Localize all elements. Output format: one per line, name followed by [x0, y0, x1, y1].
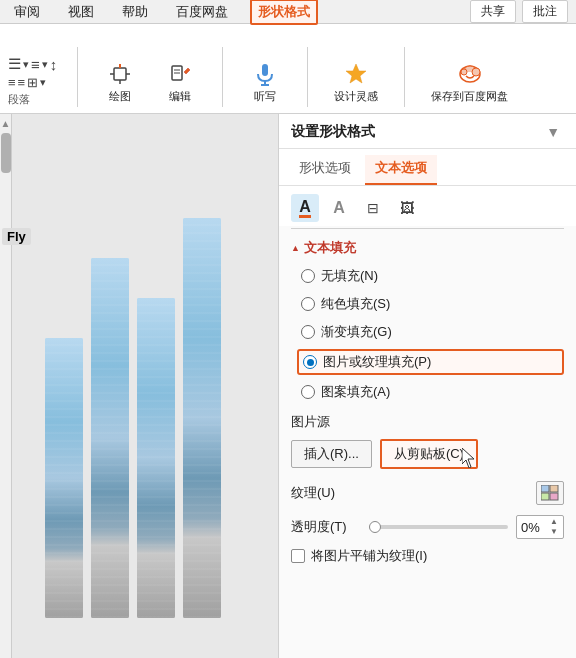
design-label: 设计灵感: [334, 90, 378, 103]
draw-icon: [104, 58, 136, 90]
radio-label-no-fill: 无填充(N): [321, 267, 378, 285]
panel-close-button[interactable]: ▼: [542, 122, 564, 142]
chart-bar-4: [183, 218, 221, 618]
design-icon: [340, 58, 372, 90]
ribbon: ☰ ▾ ≡ ▾ ↕ ≡ ≡ ⊞ ▾ 段落: [0, 24, 576, 114]
radio-circle-solid-fill: [301, 297, 315, 311]
spinner-down[interactable]: ▼: [549, 527, 559, 537]
scroll-up-arrow[interactable]: ▲: [1, 118, 11, 129]
sort-icon[interactable]: ↕: [50, 56, 58, 73]
radio-label-gradient-fill: 渐变填充(G): [321, 323, 392, 341]
tile-checkbox-row[interactable]: 将图片平铺为纹理(I): [279, 543, 576, 573]
text-outline-button[interactable]: A: [325, 194, 353, 222]
svg-rect-0: [114, 68, 126, 80]
text-image-button[interactable]: 🖼: [393, 194, 421, 222]
section-triangle: ▲: [291, 243, 300, 253]
radio-gradient-fill[interactable]: 渐变填充(G): [297, 321, 564, 343]
scrollbar-vertical[interactable]: ▲ ▼: [0, 114, 12, 658]
fly-label: Fly: [2, 229, 31, 244]
spinner-up[interactable]: ▲: [549, 517, 559, 527]
list-icons-2: ≡ ≡ ⊞ ▾: [8, 75, 57, 90]
list-dropdown-2[interactable]: ▾: [42, 58, 48, 71]
radio-label-picture-fill: 图片或纹理填充(P): [323, 353, 431, 371]
transparency-slider[interactable]: [369, 525, 508, 529]
svg-marker-15: [462, 448, 474, 468]
chart-bar-2: [91, 258, 129, 618]
radio-circle-picture-fill: [303, 355, 317, 369]
dictate-button[interactable]: 听写: [243, 54, 287, 107]
edit-label: 编辑: [169, 90, 191, 103]
nav-baidu[interactable]: 百度网盘: [170, 1, 234, 23]
svg-rect-17: [550, 485, 558, 492]
main-area: Fly ▲ ▼: [0, 114, 576, 658]
svg-rect-16: [541, 485, 549, 492]
section-title-text-fill[interactable]: ▲ 文本填充: [279, 231, 576, 263]
transparency-value-box: 0% ▲ ▼: [516, 515, 564, 539]
insert-button[interactable]: 插入(R)...: [291, 440, 372, 468]
list-icons: ☰ ▾ ≡ ▾ ↕: [8, 55, 57, 73]
texture-icon: [541, 485, 559, 501]
right-panel: 设置形状格式 ▼ 形状选项 文本选项 A A ⊟ 🖼: [278, 114, 576, 658]
share-button[interactable]: 共享: [470, 0, 516, 23]
radio-circle-gradient-fill: [301, 325, 315, 339]
section-label: 文本填充: [304, 239, 356, 257]
panel-tabs: 形状选项 文本选项: [279, 149, 576, 186]
text-outline-icon: A: [333, 199, 345, 217]
text-image-icon: 🖼: [400, 200, 414, 216]
dictate-icon: [249, 58, 281, 90]
save-cloud-icon: [454, 58, 486, 90]
save-cloud-button[interactable]: 保存到百度网盘: [425, 54, 514, 107]
ribbon-sep-2: [222, 47, 223, 107]
canvas-area: [12, 114, 278, 658]
panel-title: 设置形状格式: [291, 123, 375, 141]
tab-text-options[interactable]: 文本选项: [365, 155, 437, 185]
nav-shape-format[interactable]: 形状格式: [250, 0, 318, 25]
top-nav-bar: 审阅 视图 帮助 百度网盘 形状格式 共享 批注: [0, 0, 576, 24]
texture-icon-button[interactable]: [536, 481, 564, 505]
radio-label-pattern-fill: 图案填充(A): [321, 383, 390, 401]
nav-help[interactable]: 帮助: [116, 1, 154, 23]
draw-button[interactable]: 绘图: [98, 54, 142, 107]
svg-rect-19: [550, 493, 558, 500]
tile-checkbox[interactable]: [291, 549, 305, 563]
transparency-label: 透明度(T): [291, 518, 361, 536]
indent-dropdown[interactable]: ▾: [40, 76, 46, 89]
radio-solid-fill[interactable]: 纯色填充(S): [297, 293, 564, 315]
indent-icon[interactable]: ⊞: [27, 75, 38, 90]
slider-thumb[interactable]: [369, 521, 381, 533]
list-dropdown-1[interactable]: ▾: [23, 58, 29, 71]
ribbon-sep-4: [404, 47, 405, 107]
paragraph-group-label: 段落: [8, 92, 30, 107]
text-align-button[interactable]: ⊟: [359, 194, 387, 222]
save-cloud-label: 保存到百度网盘: [431, 90, 508, 103]
nav-view[interactable]: 视图: [62, 1, 100, 23]
radio-group-fill: 无填充(N) 纯色填充(S) 渐变填充(G) 图片或纹理填充(P) 图案填充(A…: [279, 263, 576, 405]
picture-source-buttons: 插入(R)... 从剪贴板(C): [279, 435, 576, 477]
canvas-wrapper: Fly ▲ ▼: [0, 114, 278, 658]
radio-circle-no-fill: [301, 269, 315, 283]
text-color-button[interactable]: A: [291, 194, 319, 222]
svg-rect-18: [541, 493, 549, 500]
edit-button[interactable]: 编辑: [158, 54, 202, 107]
panel-divider-1: [291, 228, 564, 229]
scroll-thumb[interactable]: [1, 133, 11, 173]
list-icon-4[interactable]: ≡: [18, 75, 26, 90]
svg-marker-11: [346, 64, 366, 83]
texture-label: 纹理(U): [291, 484, 335, 502]
dictate-label: 听写: [254, 90, 276, 103]
tab-shape-options[interactable]: 形状选项: [289, 155, 361, 185]
panel-title-bar: 设置形状格式 ▼: [279, 114, 576, 149]
ribbon-sep-3: [307, 47, 308, 107]
nav-review[interactable]: 审阅: [8, 1, 46, 23]
radio-pattern-fill[interactable]: 图案填充(A): [297, 381, 564, 403]
list-icon-1[interactable]: ☰: [8, 55, 21, 73]
canvas-scroll-area: ▲ ▼: [0, 114, 278, 658]
comment-button[interactable]: 批注: [522, 0, 568, 23]
svg-point-14: [461, 69, 467, 75]
list-icon-3[interactable]: ≡: [8, 75, 16, 90]
radio-no-fill[interactable]: 无填充(N): [297, 265, 564, 287]
radio-picture-fill[interactable]: 图片或纹理填充(P): [297, 349, 564, 375]
design-button[interactable]: 设计灵感: [328, 54, 384, 107]
list-icon-2[interactable]: ≡: [31, 56, 40, 73]
draw-label: 绘图: [109, 90, 131, 103]
